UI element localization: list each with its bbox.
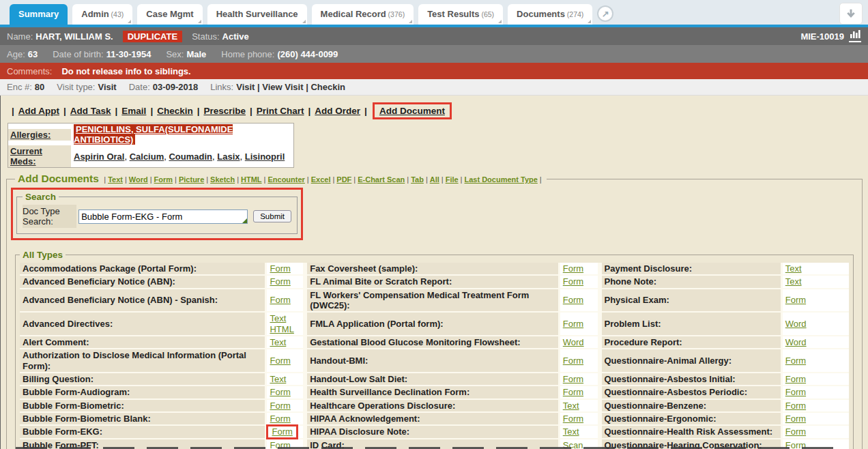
- bubble-form-biometric-form-link[interactable]: Form: [270, 401, 290, 411]
- handout-bmi-form-link[interactable]: Form: [563, 356, 583, 366]
- doc-format-links-cell: Text: [783, 276, 849, 289]
- questionnaire-animal-allergy-form-link[interactable]: Form: [785, 356, 806, 366]
- phone-note-text-link[interactable]: Text: [785, 276, 802, 287]
- healthcare-operations-disclosure-text-link[interactable]: Text: [563, 401, 579, 411]
- doc-format-links-cell: Form: [560, 349, 602, 373]
- questionnaire-benzene-form-link[interactable]: Form: [785, 401, 806, 411]
- handout-low-salt-diet-form-link[interactable]: Form: [563, 374, 583, 384]
- doc-type-link-e-chart-scan[interactable]: E-Chart Scan: [358, 175, 405, 184]
- doc-type-label-gestational-blood-glucose-monitoring-flowsheet: Gestational Blood Glucose Monitoring Flo…: [307, 336, 560, 349]
- separator: |: [12, 106, 14, 116]
- encounter-bar: Enc #: 80 Visit type: Visit Date: 03-09-…: [0, 79, 868, 96]
- tab-admin[interactable]: Admin (43): [72, 4, 132, 25]
- checkin-link[interactable]: Checkin: [157, 106, 193, 116]
- doc-type-link-last-document-type[interactable]: Last Document Type: [464, 175, 537, 184]
- bubble-form-ekg-form-link[interactable]: Form: [272, 426, 292, 437]
- health-surveillance-declination-form-form-link[interactable]: Form: [563, 387, 583, 397]
- doc-type-label-hipaa-disclosure-note: HIPAA Disclosure Note:: [307, 426, 560, 439]
- add-order-link[interactable]: Add Order: [315, 106, 360, 116]
- add-task-link[interactable]: Add Task: [70, 106, 111, 116]
- add-appt-link[interactable]: Add Appt: [18, 106, 59, 116]
- med-link-aspirin-oral[interactable]: Aspirin Oral: [74, 151, 124, 162]
- tab-summary[interactable]: Summary: [10, 4, 68, 25]
- hipaa-disclosure-note-text-link[interactable]: Text: [563, 426, 579, 437]
- doc-type-search-input[interactable]: [78, 209, 248, 224]
- chart-tab-bar: SummaryAdmin (43)Case MgmtHealth Surveil…: [0, 0, 868, 27]
- fl-animal-bite-or-scratch-report-form-link[interactable]: Form: [563, 276, 583, 287]
- doc-type-link-picture[interactable]: Picture: [179, 175, 204, 184]
- print-chart-link[interactable]: Print Chart: [257, 106, 304, 116]
- doc-type-link-sketch[interactable]: Sketch: [210, 175, 235, 184]
- doc-type-link-word[interactable]: Word: [129, 175, 148, 184]
- add-document-link[interactable]: Add Document: [379, 106, 445, 116]
- encounter-link-view-visit[interactable]: View Visit: [262, 82, 303, 92]
- doc-type-label-fl-animal-bite-or-scratch-report: FL Animal Bite or Scratch Report:: [307, 276, 560, 289]
- allergies-link[interactable]: Allergies:: [10, 130, 50, 140]
- med-link-calcium[interactable]: Calcium: [130, 151, 164, 162]
- advanced-directives-html-link[interactable]: HTML: [270, 324, 293, 334]
- doc-type-label-accommodations-package-portal-form: Accommodations Package (Portal Form):: [20, 263, 267, 276]
- doc-type-link-excel[interactable]: Excel: [311, 175, 331, 184]
- all-types-fieldset: All Types Accommodations Package (Portal…: [15, 250, 854, 449]
- tab-health-surveillance[interactable]: Health Surveillance: [207, 4, 307, 25]
- tab-documents[interactable]: Documents (274): [508, 4, 592, 25]
- med-link-coumadin[interactable]: Coumadin: [169, 151, 212, 162]
- doc-type-label-bubble-form-biometric: Bubble Form-Biometric:: [20, 400, 267, 413]
- doc-type-link-form[interactable]: Form: [154, 175, 173, 184]
- doc-format-links-cell: Text: [783, 263, 849, 276]
- advanced-beneficiary-notice-abn-spanish-form-link[interactable]: Form: [270, 295, 290, 305]
- payment-disclosure-text-link[interactable]: Text: [785, 263, 802, 274]
- fax-coversheet-sample-form-link[interactable]: Form: [563, 263, 583, 274]
- advanced-beneficiary-notice-abn-form-link[interactable]: Form: [270, 276, 290, 287]
- doc-type-label-physical-exam: Physical Exam:: [602, 289, 783, 313]
- bubble-form-biometric-blank-form-link[interactable]: Form: [270, 414, 290, 424]
- flowsheet-chart-icon[interactable]: [849, 30, 861, 42]
- current-meds-link[interactable]: Current Meds:: [10, 146, 42, 166]
- questionnaire-asbestos-periodic-form-link[interactable]: Form: [785, 387, 806, 397]
- prescribe-link[interactable]: Prescribe: [203, 106, 246, 116]
- doc-type-link-file[interactable]: File: [446, 175, 459, 184]
- tab-test-results[interactable]: Test Results (65): [418, 4, 503, 25]
- doc-type-label-advanced-beneficiary-notice-abn-spanish: Advanced Beneficiary Notice (ABN) - Span…: [20, 289, 267, 313]
- med-link-lisinopril[interactable]: Lisinopril: [245, 151, 285, 162]
- doc-type-link-text[interactable]: Text: [108, 175, 123, 184]
- med-link-lasix[interactable]: Lasix: [217, 151, 240, 162]
- doc-type-link-html[interactable]: HTML: [241, 175, 262, 184]
- encounter-link-visit[interactable]: Visit: [236, 82, 255, 92]
- doc-format-links-cell: Text: [267, 373, 307, 386]
- hipaa-acknowledgement-form-link[interactable]: Form: [563, 414, 583, 424]
- doc-type-link-pdf[interactable]: PDF: [336, 175, 351, 184]
- alert-comment-text-link[interactable]: Text: [270, 337, 286, 347]
- age-label: Age:: [7, 49, 25, 59]
- questionnaire-asbestos-initial-form-link[interactable]: Form: [785, 374, 806, 384]
- billing-question-text-link[interactable]: Text: [270, 374, 286, 384]
- download-button[interactable]: [839, 3, 863, 25]
- questionnaire-health-risk-assessment-form-link[interactable]: Form: [785, 426, 806, 437]
- accommodations-package-portal-form-form-link[interactable]: Form: [270, 263, 290, 274]
- doc-type-label-billing-question: Billing Question:: [20, 373, 267, 386]
- doc-type-link-encounter[interactable]: Encounter: [267, 175, 304, 184]
- physical-exam-form-link[interactable]: Form: [785, 295, 806, 305]
- tab-medical-record[interactable]: Medical Record (376): [312, 4, 414, 25]
- procedure-report-word-link[interactable]: Word: [785, 337, 807, 347]
- authorization-to-disclose-medical-information-portal-form-form-link[interactable]: Form: [270, 356, 290, 366]
- fl-workers-compensation-medical-treatment-form-dwc25-form-link[interactable]: Form: [563, 295, 583, 305]
- questionnaire-ergonomic-form-link[interactable]: Form: [785, 414, 806, 424]
- add-document-annotation-box: Add Document: [373, 102, 452, 119]
- allergy-value-link[interactable]: PENICILLINS, SULFA(SULFONAMIDE ANTIBIOTI…: [74, 124, 233, 145]
- email-link[interactable]: Email: [121, 106, 146, 116]
- doc-type-link-all[interactable]: All: [430, 175, 439, 184]
- doc-type-link-tab[interactable]: Tab: [411, 175, 424, 184]
- advanced-directives-text-link[interactable]: Text: [270, 313, 286, 323]
- problem-list-word-link[interactable]: Word: [785, 319, 807, 329]
- tab-case-mgmt[interactable]: Case Mgmt: [137, 4, 202, 25]
- bubble-form-audiogram-form-link[interactable]: Form: [270, 387, 290, 397]
- doc-format-links-cell: Form: [783, 289, 849, 313]
- fmla-application-portal-form-form-link[interactable]: Form: [563, 319, 583, 329]
- gestational-blood-glucose-monitoring-flowsheet-word-link[interactable]: Word: [563, 337, 584, 347]
- patient-age: 63: [28, 49, 38, 59]
- popout-icon[interactable]: ↗: [597, 5, 613, 22]
- separator: |: [197, 106, 200, 116]
- submit-button[interactable]: Submit: [253, 210, 291, 222]
- encounter-link-checkin[interactable]: Checkin: [310, 82, 345, 92]
